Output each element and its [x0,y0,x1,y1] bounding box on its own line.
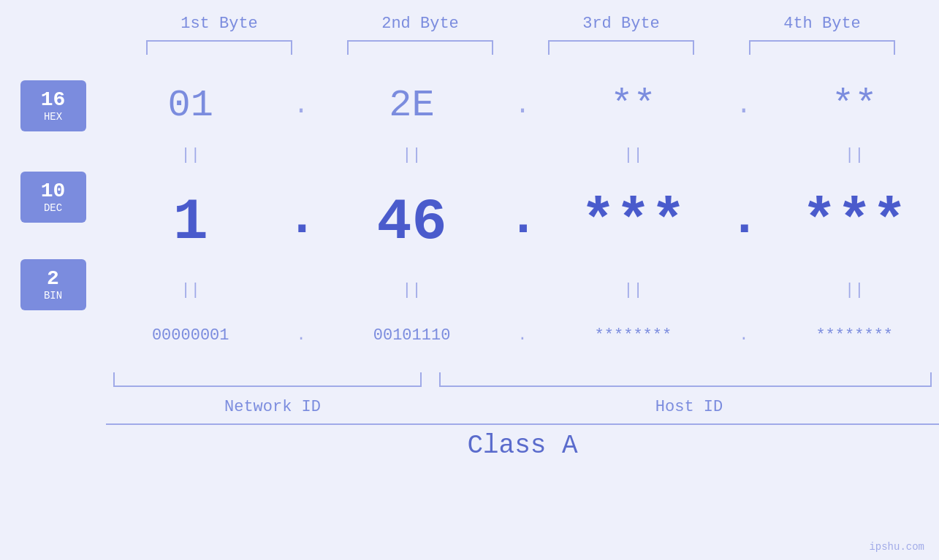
hex-val-3: ** [610,84,655,127]
bin-sep-3: . [729,326,759,345]
dec-val-3: *** [580,189,685,256]
network-id-text: Network ID [224,398,321,416]
bracket-byte-4 [749,40,895,55]
hex-val-1: 01 [167,84,213,127]
hex-badge: 16 HEX [20,80,86,131]
dec-val-1: 1 [173,189,208,256]
eq2-4: || [781,281,927,299]
hex-values-row: 01 . 2E . ** . ** [106,69,939,142]
eq-2: || [339,146,485,164]
dec-val-4: *** [802,189,907,256]
hex-badge-label: HEX [44,111,62,123]
bin-badge-wrapper: 2 BIN [20,252,86,318]
eq2-2: || [339,281,485,299]
dec-values-row: 1 . 46 . *** . *** [106,168,939,277]
host-id-label: Host ID [439,398,939,416]
network-id-label: Network ID [106,398,439,416]
bin-sep-1: . [286,326,316,345]
hex-row: 01 . 2E . ** . ** [106,83,939,129]
bottom-brackets-container [106,372,939,394]
byte-header-2: 2nd Byte [347,15,493,33]
dec-badge: 10 DEC [20,172,86,223]
bin-val-1: 00000001 [152,326,229,345]
hex-sep-3: . [729,91,759,120]
host-id-text: Host ID [655,398,723,416]
class-label-text: Class A [467,431,577,461]
bin-cell-3: ******** [560,326,706,345]
dec-sep-3: . [729,193,759,252]
byte-header-1: 1st Byte [146,15,292,33]
bin-badge-num: 2 [47,268,59,291]
host-id-bracket [439,372,932,387]
eq-4: || [781,146,927,164]
bin-cell-4: ******** [781,326,927,345]
class-bracket-line [106,423,939,425]
bin-cell-2: 00101110 [339,326,485,345]
bin-badge-label: BIN [44,290,62,302]
hex-cell-4: ** [781,83,927,129]
dec-cell-1: 1 [118,193,264,252]
bin-val-2: 00101110 [373,326,451,345]
bin-val-3: ******** [595,326,672,345]
watermark: ipshu.com [869,541,924,553]
dec-badge-label: DEC [44,202,62,214]
hex-badge-wrapper: 16 HEX [20,69,86,142]
bin-cell-1: 00000001 [118,326,264,345]
hex-sep-1: . [286,91,316,120]
class-label-container: Class A [106,431,939,461]
dec-sep-2: . [508,193,537,252]
eq2-3: || [560,281,706,299]
byte-header-4: 4th Byte [749,15,895,33]
equals-row-2: || || || || [106,281,939,299]
dec-sep-1: . [286,193,316,252]
hex-val-2: 2E [389,84,434,127]
dec-cell-3: *** [560,193,706,252]
dec-badge-num: 10 [41,180,66,203]
dec-cell-4: *** [781,193,927,252]
bin-row: 00000001 . 00101110 . ******** . *******… [106,326,939,345]
hex-cell-1: 01 [118,83,264,129]
hex-sep-2: . [508,91,537,120]
byte-headers-row: 1st Byte 2nd Byte 3rd Byte 4th Byte [119,15,923,33]
main-container: 1st Byte 2nd Byte 3rd Byte 4th Byte 16 H… [0,0,939,560]
eq-3: || [560,146,706,164]
values-col: 01 . 2E . ** . ** [106,69,939,461]
hex-cell-2: 2E [339,83,485,129]
body-wrapper: 16 HEX 10 DEC 2 BIN [0,69,939,461]
bracket-byte-1 [146,40,292,55]
bottom-labels-row: Network ID Host ID [106,398,939,416]
hex-val-4: ** [832,84,877,127]
bin-sep-2: . [508,326,537,345]
hex-cell-3: ** [560,83,706,129]
dec-cell-2: 46 [339,193,485,252]
byte-header-3: 3rd Byte [548,15,694,33]
dec-row: 1 . 46 . *** . *** [106,193,939,252]
dec-badge-wrapper: 10 DEC [20,142,86,252]
bin-values-row: 00000001 . 00101110 . ******** . *******… [106,303,939,369]
top-brackets-row [119,40,923,55]
dec-val-2: 46 [377,189,447,256]
bracket-byte-2 [347,40,493,55]
eq-1: || [118,146,264,164]
equals-row-1: || || || || [106,146,939,164]
bin-badge: 2 BIN [20,259,86,310]
hex-badge-num: 16 [41,89,66,112]
bracket-byte-3 [548,40,694,55]
network-id-bracket [113,372,422,387]
left-badges-col: 16 HEX 10 DEC 2 BIN [0,69,106,461]
eq2-1: || [118,281,264,299]
bin-val-4: ******** [816,326,893,345]
